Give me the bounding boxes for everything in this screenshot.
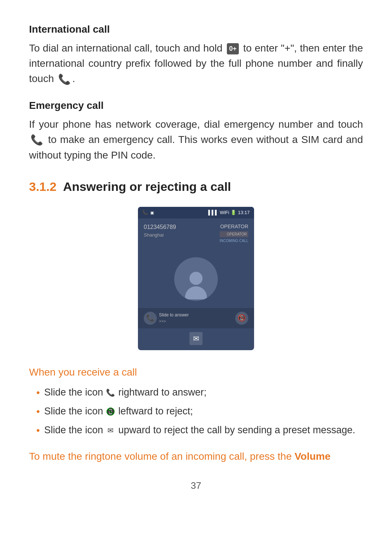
section-312-title: Answering or rejecting a call [63, 177, 231, 196]
bullet-dot-3: • [36, 423, 40, 438]
bullet-item-1: • Slide the icon 📞 rightward to answer; [36, 385, 363, 400]
message-icon: ✉ [189, 332, 203, 345]
bullet-3-before: Slide the icon [44, 423, 103, 438]
emergency-phone-icon: 📞 [30, 132, 43, 148]
battery-icon: 🔋 [230, 209, 236, 216]
avatar-silhouette [181, 272, 211, 301]
answer-button-area: 📞 Slide to answer >>> [144, 312, 189, 325]
mute-note-before: To mute the ringtone volume of an incomi… [29, 451, 292, 462]
avatar-circle [174, 257, 218, 301]
status-time: 13:17 [238, 209, 250, 216]
operator-name: OPERATOR [220, 223, 248, 230]
zero-plus-icon: 0+ [227, 43, 239, 54]
bottom-icon-area: ✉ [138, 328, 254, 350]
emergency-para-after: to make an emergency call. This works ev… [29, 134, 363, 161]
phone-caller-area: 0123456789 Shanghai OPERATOR OPERATOR IN… [138, 218, 254, 246]
bullet-list: • Slide the icon 📞 rightward to answer; … [29, 385, 363, 438]
bullet-2-before: Slide the icon [44, 404, 103, 419]
volume-bold-word: Volume [295, 451, 331, 462]
emergency-call-para: If your phone has network coverage, dial… [29, 117, 363, 163]
status-left: 📞 ▣ [142, 209, 154, 216]
bullet-item-3: • Slide the icon ✉ upward to reject the … [36, 423, 363, 438]
international-call-section: International call To dial an internatio… [29, 22, 363, 87]
phone-red-icon: 📵 [105, 406, 116, 417]
section-312-number: 3.1.2 [29, 177, 57, 196]
status-sim: ▣ [150, 210, 154, 216]
reject-icon-symbol: 📵 [238, 313, 246, 323]
operator-info: OPERATOR OPERATOR INCOMING CALL [220, 223, 248, 243]
bullet-3-after: upward to reject the call by sending a p… [118, 423, 355, 438]
caller-location: Shanghai [144, 232, 220, 239]
bullet-1-before: Slide the icon [44, 385, 103, 400]
emergency-call-title: Emergency call [29, 98, 363, 113]
bullet-dot-2: • [36, 404, 40, 419]
incoming-badge: INCOMING CALL [220, 238, 248, 243]
caller-info: 0123456789 Shanghai [144, 223, 220, 239]
when-receive-label: When you receive a call [29, 365, 363, 380]
reject-phone-icon: 📵 [235, 312, 248, 325]
international-call-title: International call [29, 22, 363, 37]
page-number: 37 [29, 479, 363, 493]
bullet-item-2: • Slide the icon 📵 leftward to reject; [36, 404, 363, 419]
signal-icon: ▌▌▌ [208, 209, 219, 216]
bullet-dot-1: • [36, 385, 40, 400]
avatar-area [138, 246, 254, 308]
emergency-para-before: If your phone has network coverage, dial… [29, 119, 363, 130]
section-312-heading: 3.1.2 Answering or rejecting a call [29, 177, 363, 196]
bullet-1-after: rightward to answer; [118, 385, 207, 400]
phone-status-bar: 📞 ▣ ▌▌▌ WiFi 🔋 13:17 [138, 207, 254, 218]
bullet-2-after: leftward to reject; [118, 404, 193, 419]
message-icon-symbol: ✉ [193, 333, 199, 344]
intl-para-before: To dial an international call, touch and… [29, 42, 222, 54]
avatar-body [185, 286, 207, 299]
answer-phone-icon: 📞 [144, 312, 157, 325]
mute-note: To mute the ringtone volume of an incomi… [29, 449, 363, 464]
slide-to-answer-label: Slide to answer [159, 312, 189, 318]
status-phone-icon: 📞 [142, 209, 148, 216]
phone-screen: 📞 ▣ ▌▌▌ WiFi 🔋 13:17 0123456789 Shanghai… [138, 207, 254, 350]
operator-badge: OPERATOR [220, 231, 248, 237]
avatar-head [189, 272, 203, 285]
phone-green-icon: 📞 [105, 387, 116, 398]
phone-call-icon: 📞 [58, 72, 71, 87]
phone-screenshot-container: 📞 ▣ ▌▌▌ WiFi 🔋 13:17 0123456789 Shanghai… [29, 207, 363, 350]
emergency-call-section: Emergency call If your phone has network… [29, 98, 363, 163]
slide-arrows: >>> [159, 318, 189, 324]
call-actions-row: 📞 Slide to answer >>> 📵 [138, 308, 254, 328]
status-right: ▌▌▌ WiFi 🔋 13:17 [208, 209, 250, 216]
international-call-para: To dial an international call, touch and… [29, 41, 363, 87]
wifi-icon: WiFi [220, 209, 229, 216]
message-sms-icon: ✉ [105, 425, 116, 436]
caller-number: 0123456789 [144, 223, 220, 232]
